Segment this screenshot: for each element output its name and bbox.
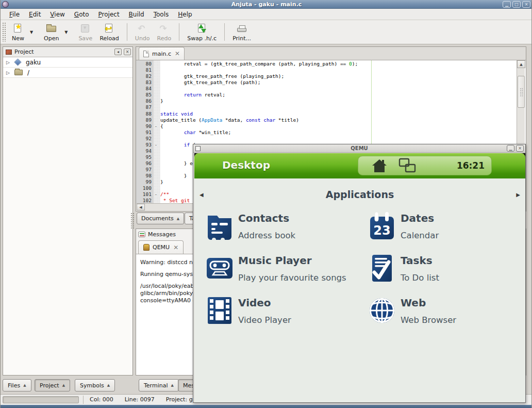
tab-main-c[interactable]: main.c ✕ (139, 47, 185, 60)
app-name: Video (238, 297, 271, 309)
qemu-titlebar[interactable]: QEMU ▁ × (193, 144, 525, 153)
expander-icon[interactable]: ▷ (6, 60, 14, 65)
open-button[interactable]: Open (40, 21, 62, 43)
home-icon[interactable] (372, 158, 387, 173)
app-music-player[interactable]: Music Player Play your favourite songs (206, 254, 360, 286)
close-button[interactable]: × (516, 145, 524, 152)
code-line[interactable]: 84 (136, 86, 518, 92)
open-folder-icon (46, 24, 57, 34)
code-line[interactable]: 91 char *win_title; (136, 129, 518, 136)
qemu-window-icon (195, 146, 201, 151)
app-web[interactable]: Web Web Browser (368, 296, 523, 328)
maximize-button[interactable]: □ (512, 1, 521, 8)
panel-splitter-grip[interactable] (130, 213, 135, 229)
titlebar[interactable]: Anjuta - gaku - main.c ▁ □ × (1, 0, 532, 9)
app-video[interactable]: Video Video Player (206, 296, 360, 328)
cassette-icon (206, 254, 234, 283)
code-line[interactable]: 92 (136, 136, 518, 142)
previous-category-arrow[interactable]: ◀ (200, 192, 204, 198)
scrollbar-thumb[interactable] (518, 76, 525, 108)
code-line[interactable]: 85 return retval; (136, 92, 518, 98)
code-line[interactable]: 82 gtk_tree_path_free (playing_path); (136, 73, 518, 79)
code-line[interactable]: 88static void (136, 111, 518, 117)
swap-arrows-icon (196, 24, 208, 34)
code-line[interactable]: 90-{ (136, 123, 518, 129)
menu-tools[interactable]: Tools (149, 10, 174, 19)
app-dates[interactable]: 23 Dates Calendar (368, 211, 523, 243)
menu-goto[interactable]: Goto (70, 10, 94, 19)
tree-row-gaku[interactable]: ▷ gaku (3, 57, 132, 68)
tree-row-root[interactable]: ▷ / (3, 68, 132, 78)
toolbar: ★ New ▼ Open ▼ Save ↩ Reload ↶ Undo ↷ Re… (1, 20, 532, 44)
scroll-up-arrow[interactable]: ▲ (517, 60, 525, 68)
save-button[interactable]: Save (75, 21, 96, 43)
print-button[interactable]: Print... (229, 21, 255, 43)
code-line[interactable]: 87 (136, 104, 518, 110)
tab-close-icon[interactable]: ✕ (173, 245, 178, 250)
project-dock-button[interactable]: Project▲ (35, 379, 70, 391)
checklist-icon (368, 254, 396, 283)
dock-close-button[interactable]: × (124, 48, 131, 55)
category-title: Applications (194, 189, 525, 200)
qemu-guest-screen[interactable]: Desktop 16:21 ◀ Applications (194, 153, 525, 402)
menu-edit[interactable]: Edit (24, 10, 45, 19)
app-description: Web Browser (401, 315, 456, 325)
code-line[interactable]: 80 retval = (gtk_tree_path_compare (path… (136, 61, 518, 67)
globe-icon (368, 296, 396, 325)
code-line[interactable]: 86} (136, 98, 518, 104)
menu-help[interactable]: Help (173, 10, 196, 19)
app-description: Address book (238, 231, 295, 240)
window-title: Anjuta - gaku - main.c (1, 1, 532, 8)
code-line[interactable]: 89update_title (AppData *data, const cha… (136, 117, 518, 123)
minimize-button[interactable]: ▁ (503, 1, 511, 8)
tab-close-icon[interactable]: ✕ (175, 51, 180, 56)
minimize-button[interactable]: ▁ (507, 145, 514, 152)
window-controls: ▁ □ × (501, 1, 530, 8)
menu-build[interactable]: Build (124, 10, 149, 19)
svg-text:23: 23 (373, 223, 390, 238)
category-carousel: ◀ Applications ▶ (194, 189, 525, 203)
undo-button[interactable]: ↶ Undo (131, 21, 154, 43)
next-category-arrow[interactable]: ▶ (516, 192, 520, 198)
close-button[interactable]: × (522, 1, 530, 8)
app-description: Play your favourite songs (238, 273, 346, 283)
open-dropdown-arrow[interactable]: ▼ (62, 21, 70, 43)
dock-undock-button[interactable]: ◂ (114, 48, 122, 55)
new-dropdown-arrow[interactable]: ▼ (28, 21, 35, 43)
toolbar-grip[interactable] (2, 22, 6, 42)
files-dock-button[interactable]: Files▲ (3, 379, 31, 391)
project-icon (6, 50, 12, 55)
menu-file[interactable]: File (5, 10, 24, 19)
editor-tab-row: main.c ✕ (136, 47, 526, 60)
qemu-window[interactable]: QEMU ▁ × Desktop 16:21 (193, 144, 526, 403)
menu-project[interactable]: Project (94, 10, 124, 19)
new-button[interactable]: ★ New (8, 21, 28, 43)
swap-header-source-button[interactable]: Swap .h/.c (184, 21, 220, 43)
app-name: Dates (401, 212, 434, 224)
terminal-dock-button[interactable]: Terminal▲ (139, 379, 179, 391)
undo-icon: ↶ (137, 24, 148, 34)
matchbox-desktop: ◀ Applications ▶ Contacts Address book23… (194, 178, 525, 402)
app-contacts[interactable]: Contacts Address book (206, 211, 360, 243)
symbols-dock-button[interactable]: Symbols▲ (75, 379, 115, 391)
progress-area (3, 396, 79, 403)
code-line[interactable]: 83 gtk_tree_path_free (path); (136, 79, 518, 86)
project-panel-title: Project (14, 48, 112, 55)
menu-view[interactable]: View (45, 10, 69, 19)
qemu-message-tab[interactable]: QEMU ✕ (138, 240, 184, 254)
documents-dock-button[interactable]: Documents▲ (137, 213, 184, 224)
app-description: Video Player (238, 315, 291, 325)
app-tasks[interactable]: Tasks To Do list (368, 254, 523, 286)
code-line[interactable]: 81 (136, 67, 518, 73)
redo-button[interactable]: ↷ Redo (154, 21, 175, 43)
window-frame (1, 405, 532, 408)
expander-icon[interactable]: ▷ (6, 70, 14, 75)
desktop-title: Desktop (222, 159, 270, 171)
arrow-up-icon: ▲ (177, 217, 179, 221)
printer-icon (236, 24, 247, 34)
project-panel: Project ◂ × ▷ gaku ▷ / (3, 46, 133, 376)
reload-button[interactable]: ↩ Reload (96, 21, 122, 43)
project-panel-header[interactable]: Project ◂ × (3, 47, 132, 57)
scroll-left-arrow[interactable]: ◀ (137, 204, 145, 210)
window-switcher-icon[interactable] (398, 158, 416, 173)
